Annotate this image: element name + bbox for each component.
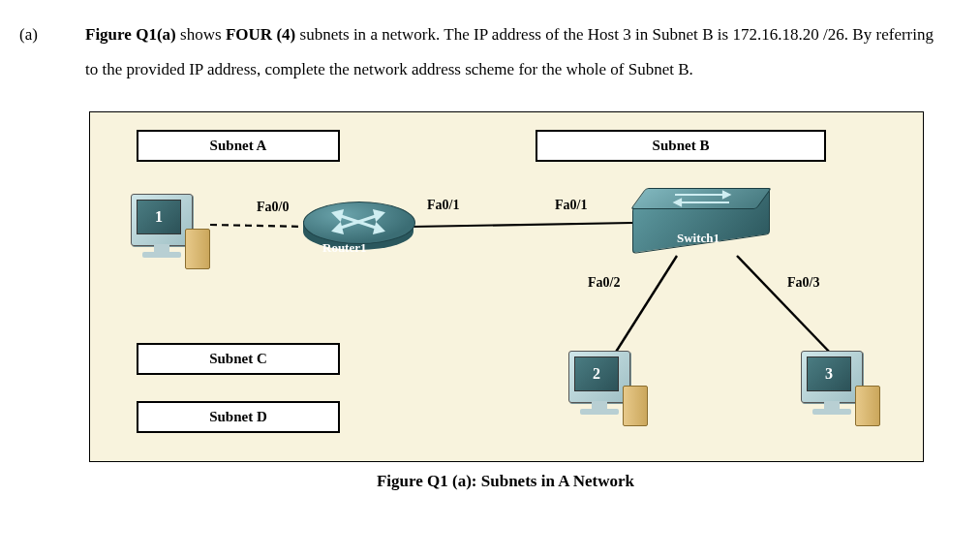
router-arrows-icon: [330, 207, 386, 236]
subnet-d-label: Subnet D: [137, 401, 340, 433]
router-icon: Router1: [303, 202, 413, 258]
svg-line-3: [737, 256, 834, 356]
if-fa01-switch-label: Fa0/1: [555, 198, 587, 213]
subnet-b-label: Subnet B: [536, 130, 826, 162]
switch-arrows-icon: [667, 190, 737, 211]
subnet-c-label: Subnet C: [137, 343, 340, 375]
host-3-icon: 3: [801, 351, 880, 428]
host-2-number: 2: [574, 356, 619, 391]
if-fa03-label: Fa0/3: [787, 275, 819, 291]
svg-marker-9: [375, 211, 383, 219]
switch-label: Switch1: [677, 231, 720, 246]
svg-line-2: [613, 256, 677, 356]
count-emph: FOUR (4): [226, 25, 295, 44]
svg-marker-13: [675, 200, 681, 205]
host-1-icon: 1: [131, 194, 210, 271]
page: (a) Figure Q1(a) shows FOUR (4) subnets …: [0, 0, 980, 558]
if-fa02-label: Fa0/2: [588, 275, 620, 291]
subnet-a-label: Subnet A: [137, 130, 340, 162]
svg-line-1: [412, 223, 632, 227]
switch-icon: Switch1: [632, 188, 768, 256]
network-diagram: Subnet A Subnet B Subnet C Subnet D: [89, 111, 924, 462]
figure-wrap: Subnet A Subnet B Subnet C Subnet D: [89, 111, 922, 491]
svg-marker-11: [723, 192, 729, 198]
host-3-number: 3: [807, 356, 851, 391]
question-text: Figure Q1(a) shows FOUR (4) subnets in a…: [85, 17, 934, 86]
svg-line-0: [210, 225, 307, 227]
if-fa00-label: Fa0/0: [257, 200, 289, 215]
host-2-icon: 2: [568, 351, 648, 428]
question-number: (a): [19, 17, 58, 86]
qt2: shows: [176, 25, 226, 44]
figure-ref: Figure Q1(a): [85, 25, 176, 44]
router-label: Router1: [322, 240, 367, 256]
question-block: (a) Figure Q1(a) shows FOUR (4) subnets …: [19, 17, 934, 86]
figure-caption: Figure Q1 (a): Subnets in A Network: [89, 472, 922, 491]
host-1-number: 1: [137, 200, 181, 234]
svg-marker-6: [334, 211, 342, 219]
if-fa01-router-label: Fa0/1: [427, 198, 459, 213]
svg-marker-8: [334, 225, 342, 232]
svg-marker-7: [375, 225, 383, 232]
